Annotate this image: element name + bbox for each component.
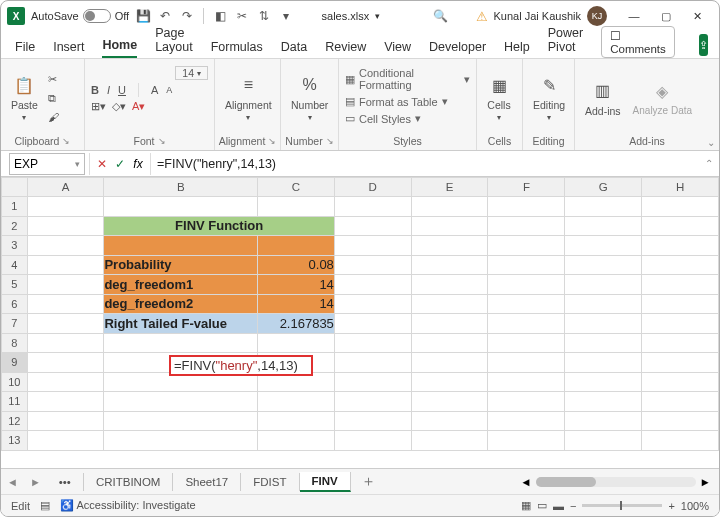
tab-data[interactable]: Data	[281, 40, 307, 58]
tab-insert[interactable]: Insert	[53, 40, 84, 58]
analyze-data-button[interactable]: ◈Analyze Data	[629, 77, 696, 118]
search-icon[interactable]: 🔍	[432, 8, 448, 24]
tab-formulas[interactable]: Formulas	[211, 40, 263, 58]
row-header[interactable]: 13	[2, 431, 28, 451]
tab-help[interactable]: Help	[504, 40, 530, 58]
stats-icon[interactable]: ▤	[40, 499, 50, 512]
minimize-button[interactable]: —	[619, 4, 649, 28]
conditional-formatting-button[interactable]: ▦ Conditional Formatting ▾	[345, 66, 470, 92]
format-painter-button[interactable]: 🖌	[46, 110, 61, 124]
avatar[interactable]: KJ	[587, 6, 607, 26]
cut-button[interactable]: ✂	[46, 72, 61, 87]
font-size-box[interactable]: 14 ▾	[175, 66, 208, 80]
cell[interactable]	[104, 236, 258, 256]
dropdown-icon[interactable]: ▾	[375, 11, 380, 21]
collapse-ribbon-icon[interactable]: ⌄	[707, 137, 715, 148]
cell[interactable]	[258, 236, 335, 256]
tab-power-pivot[interactable]: Power Pivot	[548, 26, 583, 58]
sheet-tab[interactable]: Sheet17	[173, 473, 241, 491]
tab-home[interactable]: Home	[102, 38, 137, 58]
sheet-more[interactable]: •••	[47, 473, 84, 491]
row-header[interactable]: 12	[2, 411, 28, 431]
cancel-formula-button[interactable]: ✕	[94, 157, 110, 171]
accept-formula-button[interactable]: ✓	[112, 157, 128, 171]
accessibility-button[interactable]: ♿ Accessibility: Investigate	[60, 499, 196, 512]
bold-button[interactable]: B	[91, 84, 99, 96]
editing-button[interactable]: ✎Editing▾	[529, 71, 569, 124]
add-sheet-button[interactable]: ＋	[351, 472, 386, 491]
col-header[interactable]: B	[104, 178, 258, 197]
sheet-nav-prev[interactable]: ◄	[1, 476, 24, 488]
col-header[interactable]: D	[334, 178, 411, 197]
addins-button[interactable]: ▥Add-ins	[581, 77, 625, 119]
name-box[interactable]: EXP▾	[9, 153, 85, 175]
touch-icon[interactable]: ◧	[212, 8, 228, 24]
view-page-icon[interactable]: ▭	[537, 499, 547, 512]
row-header[interactable]: 2	[2, 216, 28, 236]
cell[interactable]: 14	[258, 275, 335, 295]
sheet-nav-next[interactable]: ►	[24, 476, 47, 488]
expand-formula-icon[interactable]: ⌃	[699, 158, 719, 169]
zoom-level[interactable]: 100%	[681, 500, 709, 512]
format-table-button[interactable]: ▤ Format as Table ▾	[345, 94, 448, 109]
view-normal-icon[interactable]: ▦	[521, 499, 531, 512]
row-header[interactable]: 6	[2, 294, 28, 314]
fx-button[interactable]: fx	[130, 157, 146, 171]
tab-file[interactable]: File	[15, 40, 35, 58]
row-header[interactable]: 3	[2, 236, 28, 256]
cell[interactable]: 14	[258, 294, 335, 314]
row-header[interactable]: 4	[2, 255, 28, 275]
cell[interactable]: FINV Function	[104, 216, 334, 236]
col-header[interactable]: F	[488, 178, 565, 197]
col-header[interactable]: A	[27, 178, 104, 197]
share-button[interactable]: ⇪	[699, 34, 708, 56]
expand-icon[interactable]: ↘	[62, 136, 70, 146]
expand-icon[interactable]: ↘	[268, 136, 276, 146]
spreadsheet-grid[interactable]: A B C D E F G H 1 2FINV Function 3 4Prob…	[1, 177, 719, 468]
row-header[interactable]: 9	[2, 353, 28, 373]
expand-icon[interactable]: ↘	[158, 136, 166, 146]
row-header[interactable]: 7	[2, 314, 28, 334]
row-header[interactable]: 10	[2, 372, 28, 392]
cell[interactable]: deg_freedom2	[104, 294, 258, 314]
tab-review[interactable]: Review	[325, 40, 366, 58]
chevron-down-icon[interactable]: ▾	[278, 8, 294, 24]
fill-color-button[interactable]: ◇▾	[112, 100, 126, 113]
cell[interactable]: Probability	[104, 255, 258, 275]
sheet-tab[interactable]: FINV	[300, 472, 351, 492]
col-header[interactable]: E	[411, 178, 488, 197]
select-all-button[interactable]	[2, 178, 28, 197]
autosave-toggle[interactable]: AutoSave Off	[31, 9, 129, 23]
col-header[interactable]: C	[258, 178, 335, 197]
zoom-out-button[interactable]: −	[570, 500, 576, 512]
cell[interactable]: 2.167835	[258, 314, 335, 334]
sort-icon[interactable]: ⇅	[256, 8, 272, 24]
close-button[interactable]: ✕	[683, 4, 713, 28]
row-header[interactable]: 5	[2, 275, 28, 295]
sheet-tab[interactable]: CRITBINOM	[84, 473, 174, 491]
font-increase-button[interactable]: A	[151, 84, 158, 96]
expand-icon[interactable]: ↘	[326, 136, 334, 146]
cell[interactable]: deg_freedom1	[104, 275, 258, 295]
border-button[interactable]: ⊞▾	[91, 100, 106, 113]
cell[interactable]: 0.08	[258, 255, 335, 275]
cell-styles-button[interactable]: ▭ Cell Styles ▾	[345, 111, 421, 126]
zoom-in-button[interactable]: +	[668, 500, 674, 512]
col-header[interactable]: H	[642, 178, 719, 197]
cells-button[interactable]: ▦Cells▾	[483, 71, 515, 124]
formula-bar[interactable]: =FINV("henry",14,13)	[151, 157, 699, 171]
undo-icon[interactable]: ↶	[157, 8, 173, 24]
tab-view[interactable]: View	[384, 40, 411, 58]
col-header[interactable]: G	[565, 178, 642, 197]
redo-icon[interactable]: ↷	[179, 8, 195, 24]
horizontal-scrollbar[interactable]	[536, 477, 696, 487]
view-break-icon[interactable]: ▬	[553, 500, 564, 512]
tab-developer[interactable]: Developer	[429, 40, 486, 58]
italic-button[interactable]: I	[107, 84, 110, 96]
scroll-left-icon[interactable]: ◄	[520, 476, 531, 488]
comments-button[interactable]: ☐ Comments	[601, 26, 675, 58]
row-header[interactable]: 8	[2, 333, 28, 353]
sheet-tab[interactable]: FDIST	[241, 473, 299, 491]
underline-button[interactable]: U	[118, 84, 126, 96]
copy-button[interactable]: ⧉	[46, 91, 61, 106]
